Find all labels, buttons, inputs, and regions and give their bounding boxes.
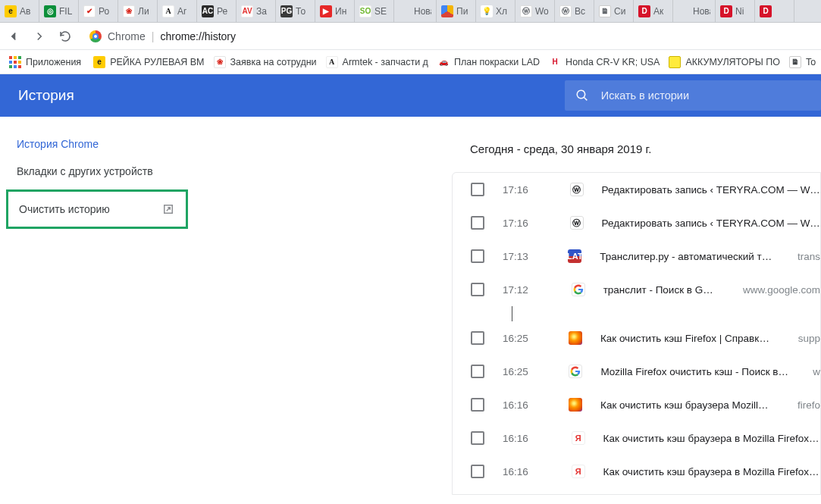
- row-time: 16:25: [503, 366, 550, 377]
- browser-tab[interactable]: Пи: [437, 0, 476, 22]
- row-checkbox[interactable]: [471, 216, 484, 230]
- browser-tab[interactable]: DNi: [716, 0, 755, 22]
- reload-button[interactable]: [56, 27, 74, 45]
- tab-title: Ак: [653, 6, 663, 17]
- history-row[interactable]: 17:13LATТранслитер.ру - автоматический т…: [453, 239, 820, 273]
- row-domain: www.google.com: [743, 284, 820, 296]
- bookmark-item[interactable]: 🗎To: [785, 56, 820, 68]
- browser-tab[interactable]: ⓦWo: [515, 0, 555, 22]
- page-title: История: [0, 87, 565, 104]
- row-checkbox[interactable]: [471, 398, 484, 412]
- row-time: 16:16: [503, 399, 550, 411]
- row-checkbox[interactable]: [471, 249, 484, 263]
- row-domain: trans: [797, 251, 820, 262]
- tab-favicon: D: [638, 5, 650, 17]
- browser-tab[interactable]: Новая: [394, 0, 437, 22]
- row-favicon: [569, 365, 582, 378]
- row-checkbox[interactable]: [471, 431, 484, 445]
- history-row[interactable]: 17:16ⓦРедактировать запись ‹ TERYRA.COM …: [453, 173, 820, 206]
- row-favicon: [572, 283, 585, 296]
- browser-tab[interactable]: DАк: [634, 0, 673, 22]
- bookmark-item[interactable]: АККУМУЛЯТОРЫ ПО: [664, 56, 785, 68]
- row-time: 16:16: [503, 466, 553, 477]
- row-title: Редактировать запись ‹ TERYRA.COM — Word…: [602, 218, 820, 229]
- browser-tab[interactable]: 💡Хл: [476, 0, 515, 22]
- bookmark-item[interactable]: eРЕЙКА РУЛЕВАЯ BM: [89, 56, 208, 68]
- browser-tab[interactable]: AVЗа: [237, 0, 276, 22]
- history-row[interactable]: 16:25Как очистить кэш Firefox | Справка …: [453, 321, 820, 355]
- tab-favicon: ✔: [83, 5, 96, 17]
- history-row[interactable]: 16:25Mozilla Firefox очистить кэш - Поис…: [453, 355, 820, 388]
- tab-favicon: 🗎: [599, 5, 611, 17]
- row-checkbox[interactable]: [471, 331, 484, 345]
- tab-title: Новая: [414, 6, 431, 17]
- row-favicon: [569, 398, 582, 412]
- sidebar-item-chrome-history[interactable]: История Chrome: [0, 130, 194, 158]
- bookmark-label: АККУМУЛЯТОРЫ ПО: [685, 57, 780, 67]
- browser-tab[interactable]: PGТо: [276, 0, 315, 22]
- history-row[interactable]: 17:12транслит - Поиск в Googlewww.google…: [453, 273, 820, 306]
- browser-tab[interactable]: ▶Ин: [315, 0, 355, 22]
- open-external-icon: [161, 202, 175, 216]
- row-checkbox[interactable]: [471, 183, 484, 196]
- tab-title: Вс: [575, 6, 585, 17]
- row-title: транслит - Поиск в Google: [603, 284, 719, 296]
- apps-button[interactable]: Приложения: [5, 56, 86, 68]
- forward-button[interactable]: [30, 27, 49, 45]
- history-row[interactable]: 16:16Как очистить кэш браузера Mozilla F…: [453, 388, 820, 421]
- browser-tab[interactable]: ❀Ли: [118, 0, 158, 22]
- tab-favicon: SO: [359, 5, 371, 17]
- row-favicon: Я: [572, 431, 585, 445]
- browser-tab[interactable]: ✔Ро: [79, 0, 118, 22]
- browser-tab[interactable]: ⓦВс: [555, 0, 594, 22]
- bookmark-label: Honda CR-V KR; USA: [566, 57, 660, 67]
- bookmark-item[interactable]: ❀Заявка на сотрудни: [209, 56, 321, 68]
- sidebar-item-other-devices[interactable]: Вкладки с других устройств: [0, 158, 194, 185]
- sidebar-item-clear-history[interactable]: Очистить историю: [6, 189, 188, 229]
- address-domain: Chrome: [108, 30, 146, 42]
- browser-tab[interactable]: D: [755, 0, 794, 22]
- bookmarks-bar: Приложения eРЕЙКА РУЛЕВАЯ BM❀Заявка на с…: [0, 50, 821, 74]
- history-sidebar: История Chrome Вкладки с других устройст…: [0, 117, 194, 495]
- tab-favicon: ⓦ: [520, 5, 532, 17]
- tab-title: Новая: [693, 6, 710, 17]
- history-row[interactable]: 17:16ⓦРедактировать запись ‹ TERYRA.COM …: [453, 206, 820, 239]
- tab-title: Ли: [138, 6, 149, 17]
- row-checkbox[interactable]: [471, 465, 484, 478]
- apps-label: Приложения: [26, 57, 81, 67]
- address-bar[interactable]: Chrome | chrome://history: [82, 26, 816, 47]
- history-row[interactable]: 16:16ЯКак очистить кэш браузера в Mozill…: [453, 421, 820, 455]
- bookmark-item[interactable]: 🚗План покраски LAD: [433, 56, 544, 68]
- search-input[interactable]: [601, 89, 810, 102]
- back-button[interactable]: [5, 27, 23, 45]
- tab-favicon: [441, 5, 453, 17]
- browser-tab[interactable]: ◎FIL: [39, 0, 79, 22]
- history-search[interactable]: [565, 80, 821, 111]
- tab-title: Ре: [217, 6, 227, 17]
- tab-favicon: PG: [280, 5, 293, 17]
- browser-tab[interactable]: AAr: [158, 0, 197, 22]
- browser-tab[interactable]: Новая: [673, 0, 716, 22]
- date-heading: Сегодня - среда, 30 января 2019 г.: [452, 142, 821, 172]
- tab-title: Ar: [177, 6, 186, 17]
- row-checkbox[interactable]: [471, 365, 484, 378]
- tab-favicon: D: [720, 5, 732, 17]
- bookmark-item[interactable]: AArmtek - запчасти д: [321, 56, 433, 68]
- history-row[interactable]: 16:16ЯКак очистить кэш браузера в Mozill…: [453, 455, 820, 488]
- tab-title: То: [296, 6, 306, 17]
- row-domain: w: [813, 366, 820, 377]
- row-favicon: ⓦ: [570, 216, 584, 230]
- tab-favicon: [678, 5, 690, 17]
- row-checkbox[interactable]: [471, 283, 484, 296]
- browser-tab[interactable]: ACРе: [197, 0, 237, 22]
- row-time: 16:16: [503, 433, 553, 444]
- tab-favicon: ⓦ: [559, 5, 572, 17]
- browser-tab[interactable]: 🗎Си: [594, 0, 634, 22]
- history-list: 17:16ⓦРедактировать запись ‹ TERYRA.COM …: [452, 172, 821, 495]
- browser-tab[interactable]: eАв: [0, 0, 39, 22]
- bookmark-favicon: 🗎: [789, 56, 801, 68]
- browser-tab[interactable]: SOSE: [355, 0, 394, 22]
- history-content: Сегодня - среда, 30 января 2019 г. 17:16…: [194, 117, 821, 495]
- address-separator: |: [152, 30, 155, 42]
- bookmark-item[interactable]: HHonda CR-V KR; USA: [544, 56, 664, 68]
